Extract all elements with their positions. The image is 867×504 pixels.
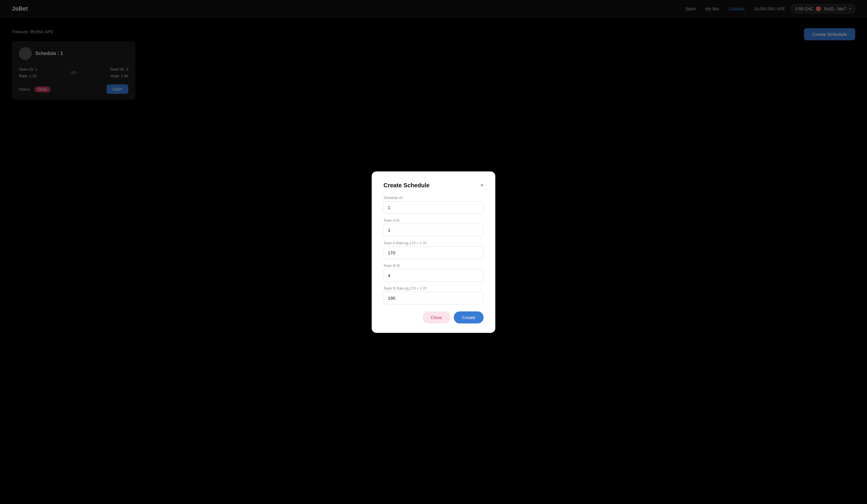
team-b-id-input[interactable]	[384, 269, 483, 282]
team-a-rate-field: Team A Rate eg.170 = 1.70	[384, 241, 483, 259]
modal-overlay: Create Schedule × Schedule ID Team A ID …	[0, 0, 867, 504]
modal-header: Create Schedule ×	[384, 182, 483, 189]
modal-create-button[interactable]: Create	[454, 311, 483, 324]
team-a-id-input[interactable]	[384, 224, 483, 237]
create-schedule-modal: Create Schedule × Schedule ID Team A ID …	[372, 172, 495, 333]
modal-actions: Close Create	[384, 311, 483, 324]
team-b-rate-field: Team B Rate eg.170 = 1.70	[384, 286, 483, 304]
team-a-id-label: Team A ID	[384, 218, 483, 222]
team-a-rate-input[interactable]	[384, 246, 483, 259]
team-b-rate-label: Team B Rate eg.170 = 1.70	[384, 286, 483, 291]
team-a-id-field: Team A ID	[384, 218, 483, 237]
modal-close-button[interactable]: Close	[422, 311, 450, 324]
schedule-id-label: Schedule ID	[384, 196, 483, 200]
schedule-id-field: Schedule ID	[384, 196, 483, 214]
modal-close-x-button[interactable]: ×	[480, 183, 483, 188]
modal-title: Create Schedule	[384, 182, 430, 189]
team-b-rate-input[interactable]	[384, 292, 483, 304]
team-a-rate-label: Team A Rate eg.170 = 1.70	[384, 241, 483, 245]
team-b-id-label: Team B ID	[384, 264, 483, 268]
team-b-id-field: Team B ID	[384, 264, 483, 282]
schedule-id-input[interactable]	[384, 201, 483, 214]
main-content: Treasury: 99,950: APE Schedule : 1 Team …	[0, 18, 867, 111]
